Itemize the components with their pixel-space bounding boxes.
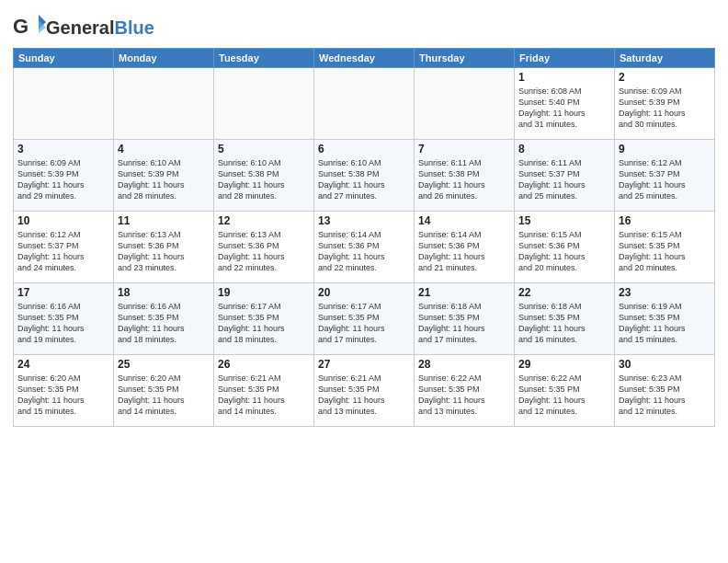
day-detail: Sunrise: 6:21 AMSunset: 5:35 PMDaylight:… <box>318 373 410 418</box>
day-detail-line: Sunset: 5:37 PM <box>518 169 580 178</box>
calendar-cell: 21Sunrise: 6:18 AMSunset: 5:35 PMDayligh… <box>415 283 515 355</box>
calendar-cell <box>314 68 415 140</box>
day-detail-line: Daylight: 11 hours <box>318 252 385 261</box>
day-detail-line: Daylight: 11 hours <box>518 396 586 405</box>
day-detail-line: Sunset: 5:35 PM <box>518 313 580 322</box>
logo-icon: G <box>13 13 46 42</box>
day-detail-line: and 22 minutes. <box>318 263 377 272</box>
day-detail: Sunrise: 6:15 AMSunset: 5:35 PMDaylight:… <box>619 229 711 274</box>
day-detail-line: Sunset: 5:35 PM <box>118 385 179 394</box>
calendar-cell: 30Sunrise: 6:23 AMSunset: 5:35 PMDayligh… <box>615 355 715 427</box>
day-detail-line: and 23 minutes. <box>118 263 176 272</box>
day-detail-line: Sunset: 5:35 PM <box>318 385 380 394</box>
day-detail-line: and 31 minutes. <box>518 120 577 129</box>
day-detail-line: Daylight: 11 hours <box>418 396 485 405</box>
day-detail: Sunrise: 6:09 AMSunset: 5:39 PMDaylight:… <box>619 86 711 131</box>
day-detail-line: Sunset: 5:35 PM <box>418 313 480 322</box>
day-detail-line: Sunrise: 6:20 AM <box>17 373 81 383</box>
day-detail-line: and 27 minutes. <box>318 191 377 201</box>
calendar-cell: 11Sunrise: 6:13 AMSunset: 5:36 PMDayligh… <box>114 212 214 283</box>
day-detail-line: Sunrise: 6:15 AM <box>619 230 682 239</box>
calendar-cell: 18Sunrise: 6:16 AMSunset: 5:35 PMDayligh… <box>114 283 214 355</box>
day-detail-line: and 13 minutes. <box>318 407 377 416</box>
day-detail-line: and 18 minutes. <box>218 335 277 344</box>
day-detail-line: Daylight: 11 hours <box>17 252 85 261</box>
day-detail-line: Sunset: 5:35 PM <box>619 385 680 394</box>
day-detail-line: and 28 minutes. <box>118 191 176 201</box>
day-detail-line: and 14 minutes. <box>218 407 277 416</box>
day-detail-line: Daylight: 11 hours <box>518 252 586 261</box>
day-detail-line: Sunrise: 6:12 AM <box>619 158 682 167</box>
day-detail-line: and 12 minutes. <box>619 407 677 416</box>
day-detail-line: Sunset: 5:35 PM <box>17 313 79 322</box>
weekday-header-saturday: Saturday <box>615 49 715 68</box>
calendar-cell: 14Sunrise: 6:14 AMSunset: 5:36 PMDayligh… <box>415 212 515 283</box>
calendar-week-row: 17Sunrise: 6:16 AMSunset: 5:35 PMDayligh… <box>14 283 715 355</box>
day-detail: Sunrise: 6:12 AMSunset: 5:37 PMDaylight:… <box>619 157 711 202</box>
calendar-cell <box>415 68 515 140</box>
day-detail-line: Sunset: 5:36 PM <box>418 241 480 250</box>
day-detail: Sunrise: 6:22 AMSunset: 5:35 PMDaylight:… <box>518 373 610 418</box>
day-detail: Sunrise: 6:10 AMSunset: 5:39 PMDaylight:… <box>118 157 210 202</box>
day-number: 16 <box>619 214 711 227</box>
day-detail: Sunrise: 6:08 AMSunset: 5:40 PMDaylight:… <box>518 86 610 131</box>
day-detail: Sunrise: 6:16 AMSunset: 5:35 PMDaylight:… <box>17 301 109 346</box>
day-detail-line: Sunset: 5:39 PM <box>118 169 179 178</box>
calendar-cell: 10Sunrise: 6:12 AMSunset: 5:37 PMDayligh… <box>14 212 114 283</box>
day-detail: Sunrise: 6:20 AMSunset: 5:35 PMDaylight:… <box>17 373 109 418</box>
weekday-header-thursday: Thursday <box>415 49 515 68</box>
weekday-header-friday: Friday <box>515 49 615 68</box>
day-detail-line: Daylight: 11 hours <box>118 180 185 190</box>
weekday-header-tuesday: Tuesday <box>214 49 314 68</box>
day-detail-line: Sunrise: 6:13 AM <box>118 230 181 239</box>
calendar-week-row: 10Sunrise: 6:12 AMSunset: 5:37 PMDayligh… <box>14 212 715 283</box>
day-detail-line: and 19 minutes. <box>17 335 76 344</box>
day-detail-line: Sunset: 5:37 PM <box>619 169 680 178</box>
day-detail-line: Daylight: 11 hours <box>518 109 586 118</box>
day-detail: Sunrise: 6:10 AMSunset: 5:38 PMDaylight:… <box>218 157 310 202</box>
day-detail-line: Daylight: 11 hours <box>318 396 385 405</box>
day-detail: Sunrise: 6:17 AMSunset: 5:35 PMDaylight:… <box>218 301 310 346</box>
day-number: 29 <box>518 358 610 371</box>
day-number: 25 <box>118 358 210 371</box>
day-number: 9 <box>619 143 711 155</box>
weekday-header-wednesday: Wednesday <box>314 49 415 68</box>
weekday-header-row: SundayMondayTuesdayWednesdayThursdayFrid… <box>14 49 715 68</box>
day-detail-line: Daylight: 11 hours <box>619 180 686 190</box>
day-detail-line: Sunset: 5:36 PM <box>518 241 580 250</box>
day-detail-line: Sunrise: 6:08 AM <box>518 86 582 96</box>
calendar-cell: 4Sunrise: 6:10 AMSunset: 5:39 PMDaylight… <box>114 140 214 212</box>
calendar-week-row: 3Sunrise: 6:09 AMSunset: 5:39 PMDaylight… <box>14 140 715 212</box>
day-number: 14 <box>418 214 510 227</box>
day-detail-line: Daylight: 11 hours <box>518 324 586 333</box>
day-detail-line: Daylight: 11 hours <box>17 180 85 190</box>
day-detail-line: and 13 minutes. <box>418 407 477 416</box>
calendar-cell: 16Sunrise: 6:15 AMSunset: 5:35 PMDayligh… <box>615 212 715 283</box>
day-number: 7 <box>418 143 510 155</box>
day-detail-line: Daylight: 11 hours <box>418 252 485 261</box>
calendar-cell: 5Sunrise: 6:10 AMSunset: 5:38 PMDaylight… <box>214 140 314 212</box>
day-detail-line: Daylight: 11 hours <box>118 252 185 261</box>
day-detail-line: Sunrise: 6:16 AM <box>17 302 81 311</box>
day-detail-line: Sunrise: 6:11 AM <box>518 158 582 167</box>
day-detail-line: Sunrise: 6:18 AM <box>518 302 582 311</box>
calendar-cell: 28Sunrise: 6:22 AMSunset: 5:35 PMDayligh… <box>415 355 515 427</box>
day-detail-line: Daylight: 11 hours <box>619 252 686 261</box>
day-detail-line: and 29 minutes. <box>17 191 76 201</box>
day-detail: Sunrise: 6:14 AMSunset: 5:36 PMDaylight:… <box>318 229 410 274</box>
day-detail-line: Daylight: 11 hours <box>218 180 285 190</box>
calendar-cell: 9Sunrise: 6:12 AMSunset: 5:37 PMDaylight… <box>615 140 715 212</box>
day-number: 2 <box>619 71 711 84</box>
day-detail-line: Sunrise: 6:13 AM <box>218 230 281 239</box>
day-detail-line: Daylight: 11 hours <box>218 396 285 405</box>
day-detail-line: Sunrise: 6:11 AM <box>418 158 482 167</box>
logo-general: General <box>46 17 114 38</box>
day-number: 10 <box>17 214 109 227</box>
calendar-table: SundayMondayTuesdayWednesdayThursdayFrid… <box>13 48 715 427</box>
day-number: 17 <box>17 286 109 299</box>
day-detail-line: and 24 minutes. <box>17 263 76 272</box>
day-detail-line: Daylight: 11 hours <box>218 324 285 333</box>
day-detail-line: Daylight: 11 hours <box>17 396 85 405</box>
day-detail-line: Sunset: 5:39 PM <box>619 98 680 107</box>
calendar-cell: 17Sunrise: 6:16 AMSunset: 5:35 PMDayligh… <box>14 283 114 355</box>
